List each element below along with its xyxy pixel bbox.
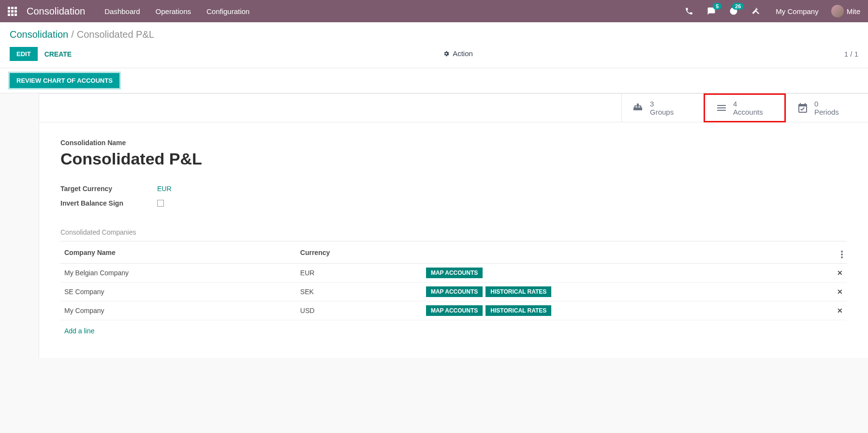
companies-table: Company Name Currency My Belgian Company… (60, 241, 847, 339)
cell-actions: MAP ACCOUNTS (422, 264, 827, 283)
activities-icon[interactable]: 26 (729, 7, 738, 15)
table-row: My CompanyUSDMAP ACCOUNTSHISTORICAL RATE… (60, 301, 847, 320)
remove-row-icon[interactable]: ✕ (827, 283, 847, 301)
remove-row-icon[interactable]: ✕ (827, 264, 847, 283)
col-actions (422, 241, 827, 264)
map-accounts-button[interactable]: MAP ACCOUNTS (426, 286, 483, 297)
stat-periods-count: 0 (814, 100, 839, 108)
phone-icon[interactable] (685, 7, 693, 15)
currency-label: Target Currency (60, 185, 157, 193)
stat-groups-label: Groups (650, 108, 674, 116)
col-currency: Currency (296, 241, 422, 264)
cell-currency: EUR (296, 264, 422, 283)
name-label: Consolidation Name (60, 139, 847, 147)
edit-button[interactable]: EDIT (10, 47, 38, 61)
create-button[interactable]: CREATE (44, 50, 72, 58)
historical-rates-button[interactable]: HISTORICAL RATES (485, 286, 551, 297)
calendar-check-icon (797, 102, 809, 114)
messages-icon[interactable]: 5 (707, 7, 716, 15)
invert-checkbox[interactable] (157, 200, 164, 207)
action-label: Action (453, 49, 473, 58)
nav-dashboard[interactable]: Dashboard (104, 7, 140, 15)
remove-row-icon[interactable]: ✕ (827, 301, 847, 320)
cell-company[interactable]: My Belgian Company (60, 264, 296, 283)
table-row: SE CompanySEKMAP ACCOUNTSHISTORICAL RATE… (60, 283, 847, 301)
status-bar: REVIEW CHART OF ACCOUNTS (0, 68, 868, 93)
page-title: Consolidated P&L (60, 149, 847, 168)
nav-configuration[interactable]: Configuration (206, 7, 250, 15)
messages-badge: 5 (713, 3, 721, 10)
stat-accounts[interactable]: 4 Accounts (704, 93, 786, 122)
action-bar: EDIT CREATE Action 1 / 1 (0, 45, 868, 68)
breadcrumb-current: Consolidated P&L (77, 29, 154, 40)
list-icon (716, 102, 727, 114)
tools-icon[interactable] (751, 7, 760, 15)
avatar[interactable] (831, 5, 844, 17)
company-selector[interactable]: My Company (776, 7, 818, 15)
cell-actions: MAP ACCOUNTSHISTORICAL RATES (422, 283, 827, 301)
cell-currency: USD (296, 301, 422, 320)
apps-icon[interactable] (8, 7, 17, 16)
hierarchy-icon (633, 102, 644, 114)
cell-currency: SEK (296, 283, 422, 301)
stat-row: 3 Groups 4 Accounts 0 Periods (39, 93, 868, 122)
companies-section-title: Consolidated Companies (60, 228, 847, 236)
add-line[interactable]: Add a line (64, 324, 843, 335)
stat-groups-count: 3 (650, 100, 674, 108)
top-navbar: Consolidation Dashboard Operations Confi… (0, 0, 868, 22)
invert-label: Invert Balance Sign (60, 199, 157, 207)
cell-company[interactable]: My Company (60, 301, 296, 320)
action-dropdown[interactable]: Action (443, 49, 473, 58)
activities-badge: 26 (732, 3, 744, 10)
col-company: Company Name (60, 241, 296, 264)
review-chart-button[interactable]: REVIEW CHART OF ACCOUNTS (10, 73, 119, 88)
stat-groups[interactable]: 3 Groups (621, 94, 704, 122)
cell-actions: MAP ACCOUNTSHISTORICAL RATES (422, 301, 827, 320)
nav-operations[interactable]: Operations (156, 7, 191, 15)
form-sheet: Consolidation Name Consolidated P&L Targ… (39, 122, 868, 358)
table-row: My Belgian CompanyEURMAP ACCOUNTS✕ (60, 264, 847, 283)
breadcrumb-root[interactable]: Consolidation (10, 29, 68, 40)
username[interactable]: Mite (847, 7, 860, 15)
breadcrumb-sep: / (71, 29, 74, 40)
cell-company[interactable]: SE Company (60, 283, 296, 301)
map-accounts-button[interactable]: MAP ACCOUNTS (426, 305, 483, 316)
historical-rates-button[interactable]: HISTORICAL RATES (485, 305, 551, 316)
stat-accounts-count: 4 (733, 100, 763, 108)
brand: Consolidation (27, 6, 85, 17)
columns-menu[interactable] (827, 241, 847, 264)
breadcrumb: Consolidation / Consolidated P&L (0, 22, 868, 45)
map-accounts-button[interactable]: MAP ACCOUNTS (426, 268, 483, 278)
pager[interactable]: 1 / 1 (844, 50, 858, 58)
currency-value[interactable]: EUR (157, 185, 172, 193)
stat-periods-label: Periods (814, 108, 839, 116)
stat-accounts-label: Accounts (733, 108, 763, 116)
stat-periods[interactable]: 0 Periods (786, 94, 868, 122)
